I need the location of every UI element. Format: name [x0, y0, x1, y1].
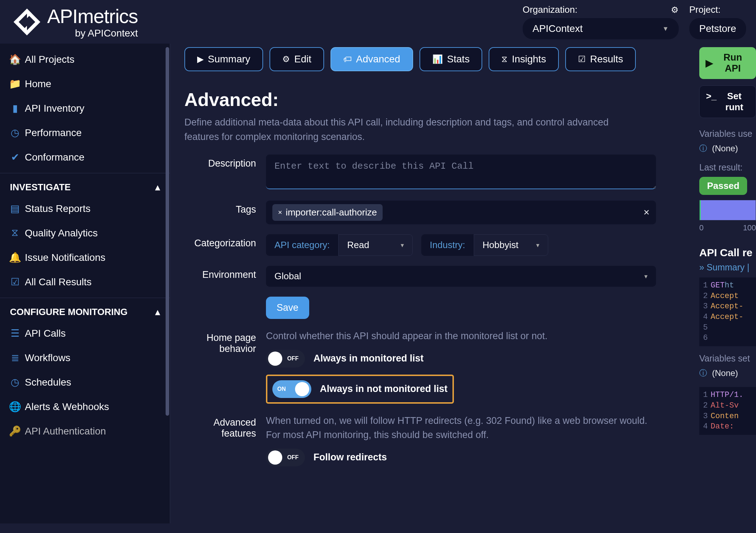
toggle-follow-redirects[interactable]: OFF: [266, 449, 305, 466]
tab-edit[interactable]: ⚙Edit: [269, 47, 324, 71]
org-value: APIContext: [533, 23, 583, 34]
sidebar-item-api-inventory[interactable]: ▮API Inventory: [0, 96, 170, 120]
summary-link[interactable]: » Summary |: [699, 262, 756, 273]
vars-used-value: (None): [712, 144, 738, 153]
sidebar-label: Workflows: [25, 352, 71, 364]
select-value: Global: [274, 271, 301, 282]
caret-down-icon: ▾: [536, 241, 539, 249]
gauge-icon: ◷: [10, 127, 20, 139]
sidebar-item-issue-notifications[interactable]: 🔔Issue Notifications: [0, 245, 170, 270]
advanced-features-label: Advanced features: [184, 414, 266, 439]
save-button[interactable]: Save: [266, 297, 309, 319]
sidebar: 🏠All Projects 📁Home ▮API Inventory ◷Perf…: [0, 44, 170, 523]
description-input[interactable]: [266, 155, 656, 189]
tab-stats[interactable]: 📊Stats: [419, 47, 483, 71]
sidebar-item-conformance[interactable]: ✔Conformance: [0, 145, 170, 169]
axis-tick: 100: [743, 223, 756, 232]
sidebar-label: Quality Analytics: [25, 228, 98, 239]
info-icon[interactable]: ⓘ: [699, 368, 707, 378]
check-icon: ✔: [10, 151, 20, 163]
sidebar-item-alerts-webhooks[interactable]: 🌐Alerts & Webhooks: [0, 394, 170, 419]
last-result-label: Last result:: [699, 162, 756, 173]
sidebar-item-all-projects[interactable]: 🏠All Projects: [0, 47, 170, 72]
tab-advanced[interactable]: 🏷Advanced: [330, 47, 413, 71]
globe-icon: 🌐: [10, 401, 20, 413]
environment-select[interactable]: Global ▾: [266, 266, 656, 287]
chevron-up-icon: ▴: [155, 307, 160, 318]
tab-summary[interactable]: ▶Summary: [184, 47, 263, 71]
toggle-state: OFF: [287, 355, 299, 362]
tab-label: Edit: [294, 54, 311, 65]
sidebar-label: All Projects: [25, 54, 74, 65]
sidebar-item-performance[interactable]: ◷Performance: [0, 120, 170, 145]
gear-icon[interactable]: ⚙: [671, 5, 679, 15]
scrollbar[interactable]: [166, 47, 169, 416]
section-investigate[interactable]: INVESTIGATE ▴: [0, 173, 170, 196]
org-select[interactable]: APIContext ▼: [523, 18, 679, 39]
sidebar-item-api-calls[interactable]: ☰API Calls: [0, 321, 170, 346]
folder-icon: 📁: [10, 78, 20, 90]
home-behavior-label: Home page behavior: [184, 329, 266, 354]
home-behavior-help: Control whether this API should appear i…: [266, 329, 656, 343]
info-icon[interactable]: ⓘ: [699, 143, 707, 154]
sidebar-item-workflows[interactable]: ≣Workflows: [0, 346, 170, 370]
sidebar-label: All Call Results: [25, 276, 91, 288]
caret-down-icon: ▾: [644, 273, 647, 280]
sidebar-label: Conformance: [25, 152, 84, 163]
stack-icon: ≣: [10, 352, 20, 364]
prompt-icon: >_: [706, 91, 717, 113]
section-configure[interactable]: CONFIGURE MONITORING ▴: [0, 298, 170, 321]
bars-icon: 📊: [432, 54, 443, 64]
set-runtime-button[interactable]: >_Set runt: [699, 85, 756, 118]
api-category-label: API category:: [266, 234, 338, 256]
api-category-select[interactable]: Read ▾: [338, 234, 413, 256]
project-label: Project:: [689, 4, 721, 15]
tags-input[interactable]: × importer:call-authorize ✕: [266, 201, 656, 224]
sidebar-item-home[interactable]: 📁Home: [0, 72, 170, 96]
close-icon[interactable]: ✕: [643, 208, 650, 217]
tab-results[interactable]: ☑Results: [565, 47, 636, 71]
select-value: Hobbyist: [483, 240, 518, 251]
select-value: Read: [347, 240, 369, 251]
tag-chip[interactable]: × importer:call-authorize: [272, 204, 383, 221]
sidebar-label: Issue Notifications: [25, 252, 105, 263]
toggle-monitored[interactable]: OFF: [266, 350, 305, 368]
toggle-not-monitored[interactable]: ON: [272, 380, 311, 398]
tag-icon: 🏷: [343, 54, 352, 64]
tab-label: Results: [590, 54, 623, 65]
button-label: Set runt: [719, 91, 749, 113]
brand-subtitle: by APIContext: [47, 28, 138, 39]
button-label: Run API: [716, 52, 750, 74]
hourglass-icon: ⧖: [501, 54, 507, 64]
logo[interactable]: APImetrics by APIContext: [10, 5, 138, 39]
categorization-label: Categorization: [184, 234, 266, 249]
sidebar-item-schedules[interactable]: ◷Schedules: [0, 370, 170, 394]
response-code: 1HTTP/1.2Alt-Sv3Conten4Date:: [699, 387, 756, 435]
sidebar-label: Home: [25, 78, 51, 90]
toggle-state: OFF: [287, 454, 299, 461]
sidebar-label: API Calls: [25, 328, 66, 339]
project-select[interactable]: Petstore: [689, 18, 746, 39]
sidebar-item-quality-analytics[interactable]: ⧖Quality Analytics: [0, 221, 170, 245]
sidebar-item-all-call-results[interactable]: ☑All Call Results: [0, 270, 170, 294]
checkbox-icon: ☑: [578, 54, 586, 64]
sidebar-label: Alerts & Webhooks: [25, 401, 109, 413]
toggle-not-monitored-label: Always in not monitored list: [320, 383, 448, 394]
toggle-state: ON: [277, 386, 286, 392]
checkbox-icon: ☑: [10, 276, 20, 288]
tab-insights[interactable]: ⧖Insights: [489, 47, 559, 71]
environment-label: Environment: [184, 266, 266, 280]
toggle-knob: [268, 450, 282, 465]
tab-label: Advanced: [356, 54, 400, 65]
logo-icon: [10, 5, 44, 39]
industry-select[interactable]: Hobbyist ▾: [474, 234, 548, 256]
vars-used-label: Variables use: [699, 129, 756, 139]
org-label: Organization:: [523, 4, 578, 15]
industry-label: Industry:: [421, 234, 474, 256]
close-icon[interactable]: ×: [278, 208, 282, 217]
request-code: 1GET ht2Accept3Accept-4Accept-56: [699, 277, 756, 346]
run-api-button[interactable]: ▶Run API: [699, 47, 756, 79]
sidebar-item-status-reports[interactable]: ▤Status Reports: [0, 196, 170, 221]
sidebar-item-api-authentication[interactable]: 🔑API Authentication: [0, 419, 170, 443]
page-description: Define additional meta-data about this A…: [184, 115, 628, 144]
